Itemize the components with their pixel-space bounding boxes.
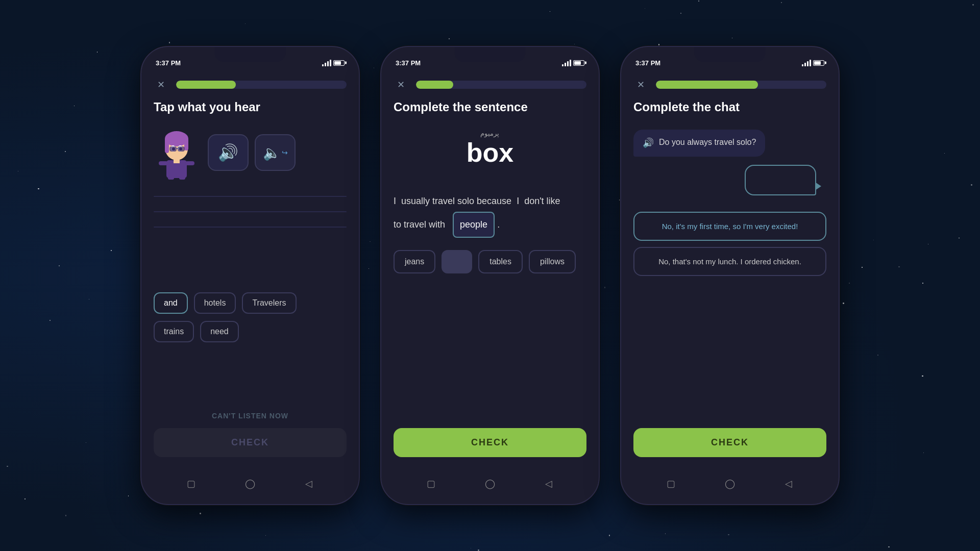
nav-home-2[interactable]: ◯ [482, 475, 498, 492]
logo-subtext: پرمیوم [467, 130, 513, 137]
nav-square-3[interactable]: ▢ [663, 475, 679, 492]
phone-1: 3:37 PM ✕ [140, 46, 360, 505]
signal-icon-3 [802, 59, 811, 66]
chip-travelers[interactable]: Travelers [242, 292, 296, 314]
character-svg [154, 124, 200, 181]
status-time-3: 3:37 PM [635, 59, 660, 67]
svg-rect-16 [179, 176, 185, 180]
answer-chips: jeans tables pillows [394, 250, 586, 273]
chat-bubble-empty [745, 165, 816, 195]
svg-rect-9 [169, 146, 177, 152]
chip-need[interactable]: need [200, 321, 239, 342]
chat-bubble-question: 🔊 Do you always travel solo? [633, 130, 765, 157]
progress-fill-2 [416, 81, 453, 89]
bottom-nav-3: ▢ ◯ ◁ [621, 467, 839, 504]
check-button-3[interactable]: CHECK [633, 428, 826, 457]
audio-play-button[interactable]: 🔊 [208, 134, 249, 171]
chip-and[interactable]: and [154, 292, 188, 314]
nav-square-2[interactable]: ▢ [423, 475, 439, 492]
phones-container: 3:37 PM ✕ [140, 46, 840, 505]
nav-back-2[interactable]: ◁ [541, 475, 557, 492]
status-time-2: 3:37 PM [396, 59, 421, 67]
chat-question-text: Do you always travel solo? [659, 137, 756, 148]
chip-trains[interactable]: trains [154, 321, 194, 342]
status-time-1: 3:37 PM [156, 59, 181, 67]
bottom-nav-2: ▢ ◯ ◁ [381, 467, 599, 504]
answer-chip-tables[interactable]: tables [478, 250, 523, 273]
svg-rect-10 [178, 146, 185, 152]
nav-square-1[interactable]: ▢ [183, 475, 200, 492]
signal-icon-1 [322, 59, 331, 66]
svg-rect-12 [174, 159, 180, 163]
battery-icon-2 [573, 60, 584, 66]
battery-icon-1 [333, 60, 345, 66]
answer-chip-selected[interactable] [442, 250, 472, 273]
bottom-nav-1: ▢ ◯ ◁ [141, 467, 359, 504]
answer-line-2 [154, 211, 347, 212]
svg-rect-13 [159, 161, 168, 165]
speaker-icon[interactable]: 🔊 [643, 137, 654, 149]
phone-3: 3:37 PM ✕ [620, 46, 840, 505]
chat-option-1[interactable]: No, it's my first time, so I'm very exci… [633, 212, 826, 241]
chat-options: No, it's my first time, so I'm very exci… [633, 212, 826, 276]
answer-line-3 [154, 227, 347, 228]
sentence-filled-word: people [453, 212, 495, 238]
check-button-2[interactable]: CHECK [394, 428, 586, 457]
sentence-part-2: to travel with [394, 219, 450, 230]
progress-bar-2 [416, 81, 586, 89]
logo-main: box [467, 139, 513, 166]
progress-fill-3 [656, 81, 758, 89]
answer-line-1 [154, 196, 347, 197]
character-section: 🔊 🔈 ↪ [154, 124, 347, 181]
logo-area: پرمیوم box [394, 130, 586, 166]
word-chips-area: and hotels Travelers trains [154, 235, 347, 407]
close-button-2[interactable]: ✕ [394, 78, 408, 92]
audio-buttons: 🔊 🔈 ↪ [208, 134, 296, 171]
nav-home-1[interactable]: ◯ [242, 475, 258, 492]
svg-rect-4 [184, 138, 188, 151]
status-icons-2 [562, 59, 584, 66]
status-bar-1: 3:37 PM [141, 47, 359, 72]
nav-back-3[interactable]: ◁ [780, 475, 797, 492]
svg-rect-14 [185, 161, 194, 165]
check-button-1[interactable]: CHECK [154, 428, 347, 457]
header-row-3: ✕ [633, 78, 826, 92]
sentence-period: . [497, 219, 500, 230]
screen-title-2: Complete the sentence [394, 100, 586, 114]
header-row-2: ✕ [394, 78, 586, 92]
signal-icon-2 [562, 59, 571, 66]
battery-icon-3 [813, 60, 824, 66]
status-bar-2: 3:37 PM [381, 47, 599, 72]
svg-rect-3 [165, 138, 169, 153]
chat-option-2[interactable]: No, that's not my lunch. I ordered chick… [633, 247, 826, 276]
chips-row-2: trains need [154, 321, 347, 342]
sentence-area: I usually travel solo because I don't li… [394, 186, 586, 428]
status-icons-3 [802, 59, 824, 66]
phone-2: 3:37 PM ✕ [380, 46, 600, 505]
svg-rect-15 [168, 176, 174, 180]
progress-bar-3 [656, 81, 826, 89]
close-button-3[interactable]: ✕ [633, 78, 648, 92]
header-row-1: ✕ [154, 78, 347, 92]
cant-listen-label[interactable]: CAN'T LISTEN NOW [154, 412, 347, 420]
empty-reply-container [633, 165, 826, 195]
sentence-display: I usually travel solo because I don't li… [394, 191, 586, 238]
nav-home-3[interactable]: ◯ [722, 475, 738, 492]
screen-title-1: Tap what you hear [154, 100, 347, 114]
nav-back-1[interactable]: ◁ [301, 475, 317, 492]
progress-fill-1 [176, 81, 236, 89]
progress-bar-1 [176, 81, 347, 89]
audio-slow-button[interactable]: 🔈 ↪ [255, 134, 296, 171]
chip-hotels[interactable]: hotels [194, 292, 236, 314]
screen-title-3: Complete the chat [633, 100, 826, 114]
chat-area: 🔊 Do you always travel solo? No, it's my… [633, 124, 826, 428]
character-avatar [154, 124, 200, 181]
status-icons-1 [322, 59, 345, 66]
chips-row-1: and hotels Travelers [154, 292, 347, 314]
close-button-1[interactable]: ✕ [154, 78, 168, 92]
answer-chip-pillows[interactable]: pillows [529, 250, 576, 273]
answer-chip-jeans[interactable]: jeans [394, 250, 435, 273]
sentence-part-1: I usually travel solo because I don't li… [394, 196, 560, 206]
status-bar-3: 3:37 PM [621, 47, 839, 72]
